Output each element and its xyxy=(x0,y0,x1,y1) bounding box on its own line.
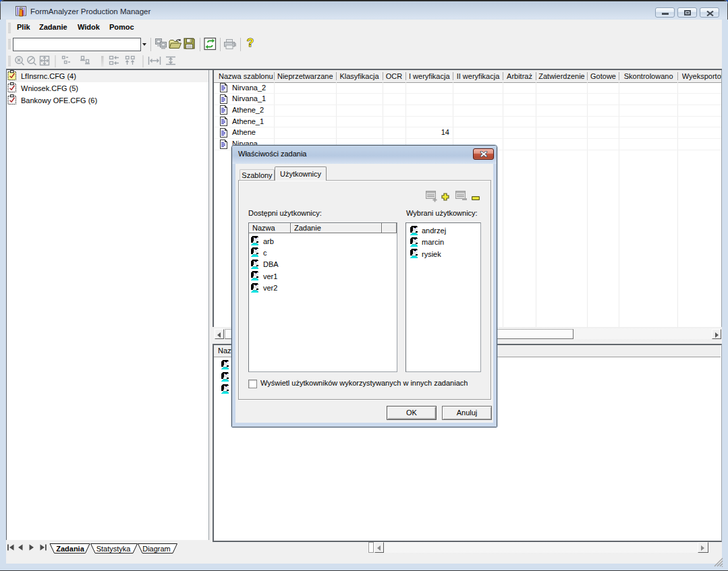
svg-text:Diagram: Diagram xyxy=(142,545,171,553)
svg-text:Statystyka: Statystyka xyxy=(96,545,132,553)
svg-text:?: ? xyxy=(247,36,254,49)
svg-text:Zadania: Zadania xyxy=(56,545,84,553)
